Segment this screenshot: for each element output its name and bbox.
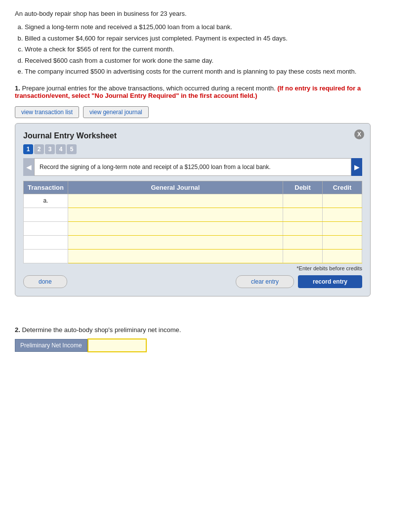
header-credit: Credit [323, 181, 362, 194]
table-row [24, 208, 362, 221]
credit-input-1[interactable] [323, 194, 362, 208]
record-entry-button[interactable]: record entry [298, 275, 362, 288]
action-buttons-row: view transaction list view general journ… [15, 106, 405, 118]
worksheet-title: Journal Entry Worksheet [23, 131, 362, 140]
transaction-label-2 [24, 208, 68, 221]
transaction-a: Signed a long-term note and received a $… [25, 22, 405, 32]
debit-input-5[interactable] [283, 249, 323, 263]
intro-text: An auto-body repair shop has been in bus… [15, 10, 405, 17]
credit-input-3[interactable] [323, 221, 362, 235]
question-1-text: Prepare journal entries for the above tr… [22, 84, 275, 92]
table-row: a. [24, 194, 362, 208]
credit-input-4[interactable] [323, 235, 362, 249]
table-row [24, 221, 362, 235]
transaction-d: Received $600 cash from a customer for w… [25, 56, 405, 66]
tab-3[interactable]: 3 [45, 144, 55, 154]
journal-input-3[interactable] [68, 221, 283, 235]
transaction-b: Billed a customer $4,600 for repair serv… [25, 34, 405, 43]
header-debit: Debit [283, 181, 323, 194]
worksheet-button-row: done clear entry record entry [23, 275, 362, 288]
clear-entry-button[interactable]: clear entry [236, 275, 294, 288]
tab-4[interactable]: 4 [56, 144, 66, 154]
debit-input-2[interactable] [283, 208, 323, 221]
journal-input-2[interactable] [68, 208, 283, 221]
transaction-label-1: a. [24, 194, 68, 208]
question-1: 1. Prepare journal entries for the above… [15, 84, 405, 99]
prelim-row: Preliminary Net Income [15, 338, 405, 352]
tab-5[interactable]: 5 [67, 144, 77, 154]
transaction-c: Wrote a check for $565 of rent for the c… [25, 44, 405, 54]
prelim-net-income-label: Preliminary Net Income [15, 339, 87, 352]
debit-input-3[interactable] [283, 221, 323, 235]
debit-input-1[interactable] [283, 194, 323, 208]
credit-input-2[interactable] [323, 208, 362, 221]
header-transaction: Transaction [24, 181, 68, 194]
prelim-net-income-input[interactable] [87, 338, 147, 352]
view-general-journal-button[interactable]: view general journal [83, 106, 149, 118]
question-2-text: Determine the auto-body shop's prelimina… [22, 326, 181, 334]
journal-input-4[interactable] [68, 235, 283, 249]
transaction-e: The company incurred $500 in advertising… [25, 67, 405, 77]
tab-2[interactable]: 2 [34, 144, 44, 154]
enter-note: *Enter debits before credits [23, 265, 362, 271]
journal-input-1[interactable] [68, 194, 283, 208]
table-row [24, 249, 362, 263]
transaction-label-4 [24, 235, 68, 249]
transaction-label-3 [24, 221, 68, 235]
transactions-list: Signed a long-term note and received a $… [15, 22, 405, 77]
description-text: Record the signing of a long-term note a… [34, 158, 351, 176]
journal-input-5[interactable] [68, 249, 283, 263]
tab-1[interactable]: 1 [23, 144, 33, 154]
header-general-journal: General Journal [68, 181, 283, 194]
credit-input-5[interactable] [323, 249, 362, 263]
section-2: 2. Determine the auto-body shop's prelim… [15, 326, 405, 352]
question-1-number: 1. [15, 84, 20, 92]
question-2-number: 2. [15, 326, 20, 334]
journal-entry-worksheet: X Journal Entry Worksheet 1 2 3 4 5 ◀ Re… [15, 123, 371, 296]
journal-table: Transaction General Journal Debit Credit… [23, 181, 362, 263]
close-button[interactable]: X [354, 129, 364, 139]
transaction-label-5 [24, 249, 68, 263]
table-row [24, 235, 362, 249]
next-arrow[interactable]: ▶ [351, 158, 362, 176]
description-box: ◀ Record the signing of a long-term note… [23, 158, 362, 176]
tab-row: 1 2 3 4 5 [23, 144, 362, 154]
prev-arrow[interactable]: ◀ [23, 158, 34, 176]
view-transaction-list-button[interactable]: view transaction list [15, 106, 79, 118]
debit-input-4[interactable] [283, 235, 323, 249]
done-button[interactable]: done [23, 275, 67, 288]
